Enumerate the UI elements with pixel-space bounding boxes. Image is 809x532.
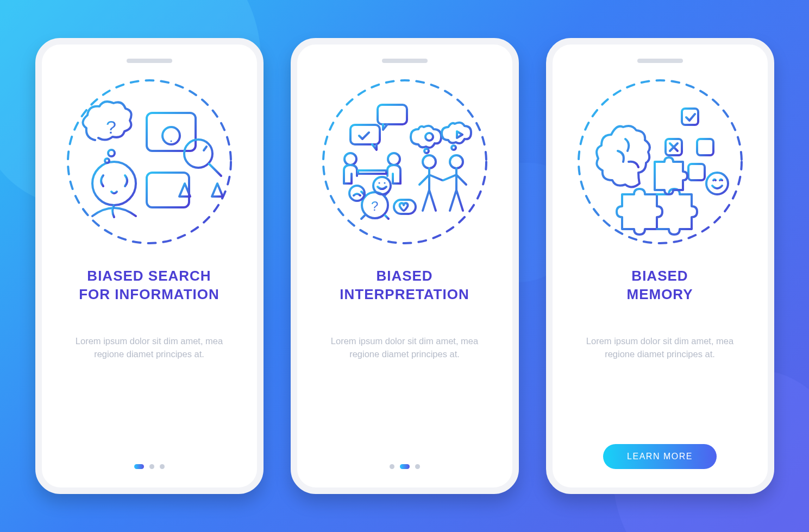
screen-title: BIASED SEARCHFOR INFORMATION — [76, 267, 223, 304]
screen-description: Lorem ipsum dolor sit dim amet, mea regi… — [58, 334, 241, 362]
svg-point-48 — [384, 182, 385, 183]
phone-screen-2: ? BIASEDINTERPRETATION Lorem ipsum dolor… — [291, 38, 519, 494]
phone-screen-1: ? — [35, 38, 264, 494]
svg-text:?: ? — [106, 117, 116, 137]
svg-rect-49 — [394, 200, 416, 214]
svg-point-32 — [425, 133, 433, 141]
screen-title: BIASEDMEMORY — [623, 267, 696, 304]
svg-point-33 — [424, 149, 429, 153]
phone-shelf: ? — [35, 38, 774, 494]
svg-rect-21 — [378, 105, 407, 124]
illustration-interpretation-bias: ? — [318, 75, 492, 249]
illustration-search-bias: ? — [62, 75, 236, 249]
svg-point-30 — [423, 155, 436, 168]
svg-rect-57 — [697, 139, 713, 155]
cta-footer: LEARN MORE — [553, 444, 768, 469]
page-dot-3[interactable] — [160, 464, 165, 469]
svg-line-12 — [204, 147, 206, 150]
svg-line-42 — [361, 216, 365, 219]
svg-point-4 — [105, 159, 109, 163]
svg-line-10 — [209, 164, 221, 176]
phone-speaker — [637, 59, 683, 63]
phone-speaker — [382, 59, 428, 63]
svg-rect-27 — [358, 170, 386, 174]
page-dot-1[interactable] — [134, 464, 144, 469]
svg-point-60 — [706, 173, 728, 194]
phone-speaker — [127, 59, 172, 63]
screen-description: Lorem ipsum dolor sit dim amet, mea regi… — [313, 334, 496, 362]
svg-point-25 — [344, 153, 356, 165]
svg-point-34 — [451, 145, 456, 150]
pager — [297, 464, 512, 469]
svg-point-1 — [92, 162, 136, 205]
pager — [42, 464, 257, 469]
page-dot-2[interactable] — [149, 464, 154, 469]
svg-rect-51 — [682, 109, 698, 125]
svg-point-8 — [170, 141, 172, 142]
svg-point-31 — [450, 155, 463, 168]
screen-description: Lorem ipsum dolor sit dim amet, mea regi… — [569, 334, 751, 362]
svg-point-26 — [388, 153, 400, 165]
svg-point-3 — [108, 150, 115, 156]
page-dot-1[interactable] — [390, 464, 394, 469]
learn-more-button[interactable]: LEARN MORE — [603, 444, 717, 469]
svg-text:?: ? — [371, 199, 378, 213]
screen-title: BIASEDINTERPRETATION — [336, 267, 472, 304]
svg-rect-59 — [688, 164, 705, 180]
page-dot-3[interactable] — [415, 464, 420, 469]
svg-line-41 — [385, 216, 388, 219]
svg-rect-24 — [350, 125, 380, 144]
page-dot-2[interactable] — [400, 464, 410, 469]
illustration-memory-bias — [573, 75, 747, 249]
svg-point-0 — [68, 80, 231, 243]
phone-screen-3: BIASEDMEMORY Lorem ipsum dolor sit dim a… — [546, 38, 774, 494]
svg-point-47 — [378, 182, 380, 183]
